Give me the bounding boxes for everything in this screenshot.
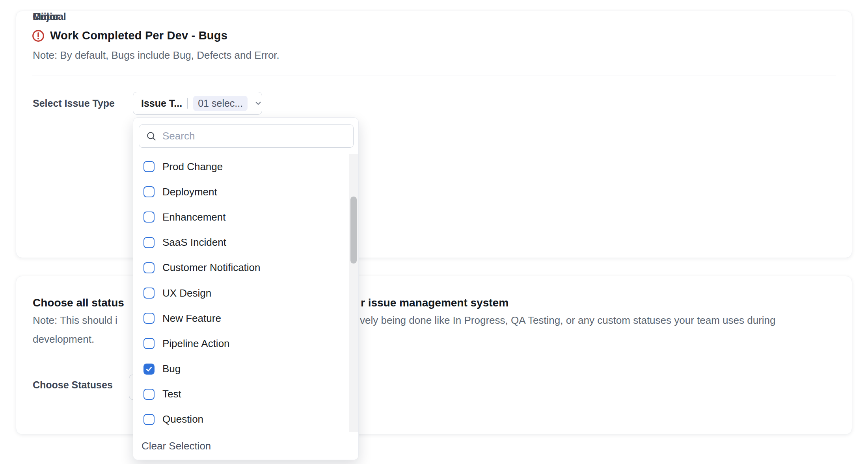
option-label: UX Design [162, 287, 211, 299]
search-box[interactable] [139, 124, 354, 148]
checkbox-icon[interactable] [143, 161, 155, 172]
card2-heading-left: Choose all status [33, 296, 134, 310]
scrollbar-thumb[interactable] [350, 197, 357, 264]
issue-type-option[interactable]: UX Design [133, 280, 358, 306]
page-title: Work Completed Per Dev - Bugs [50, 29, 227, 42]
card1-divider [32, 76, 836, 76]
checkbox-icon[interactable] [143, 186, 155, 197]
checkbox-icon[interactable] [143, 288, 155, 299]
issue-type-option[interactable]: Pipeline Action [133, 331, 358, 356]
issue-type-option[interactable]: Prod Change [133, 154, 358, 179]
issue-type-option[interactable]: SaaS Incident [133, 230, 358, 255]
option-label: Deployment [162, 186, 217, 198]
checkbox-icon[interactable] [143, 414, 155, 425]
trigger-separator [187, 98, 188, 109]
option-label: Bug [162, 363, 181, 375]
severity-label-critical: Critical [33, 11, 66, 22]
checkbox-icon[interactable] [143, 364, 155, 375]
check-icon [145, 365, 153, 373]
issue-type-option[interactable]: Enhancement [133, 204, 358, 230]
checkbox-icon[interactable] [143, 237, 155, 248]
choose-statuses-label: Choose Statuses [33, 379, 113, 391]
checkbox-icon[interactable] [143, 338, 155, 349]
issue-type-option[interactable]: Customer Notification [133, 255, 358, 280]
checkbox-icon[interactable] [143, 389, 155, 400]
option-label: SaaS Incident [162, 236, 226, 249]
search-input[interactable] [162, 130, 353, 142]
option-label: Prod Change [162, 161, 223, 173]
option-label: Customer Notification [162, 262, 261, 274]
option-label: New Feature [162, 312, 221, 325]
issue-type-list: Prod Change Deployment Enhancement SaaS … [133, 154, 358, 432]
issue-type-option[interactable]: Bug [133, 356, 358, 382]
scrollbar-track[interactable] [349, 154, 358, 432]
option-label: Test [162, 388, 181, 400]
checkbox-icon[interactable] [143, 212, 155, 223]
page: Work Completed Per Dev - Bugs Note: By d… [0, 0, 868, 464]
card1-title-row: Work Completed Per Dev - Bugs [32, 29, 227, 42]
card2-note-left: Note: This should i [33, 314, 134, 327]
clear-selection-button[interactable]: Clear Selection [142, 440, 211, 452]
option-label: Enhancement [162, 211, 225, 223]
checkbox-icon[interactable] [143, 313, 155, 324]
search-icon [146, 131, 157, 142]
card1-note: Note: By default, Bugs include Bug, Defe… [33, 49, 279, 61]
card2-heading-right: r issue management system [361, 296, 509, 310]
chevron-down-icon [253, 98, 263, 108]
issue-type-option[interactable]: New Feature [133, 306, 358, 331]
select-issue-type-label: Select Issue Type [33, 98, 115, 109]
option-label: Pipeline Action [162, 338, 230, 350]
issue-type-dropdown: Prod Change Deployment Enhancement SaaS … [133, 117, 359, 460]
option-label: Question [162, 413, 203, 425]
issue-type-option[interactable]: Deployment [133, 179, 358, 204]
issue-type-trigger[interactable]: Issue T... 01 selec... [133, 92, 262, 115]
dropdown-footer: Clear Selection [133, 432, 358, 460]
issue-type-option[interactable]: Question [133, 407, 358, 432]
card2-note-line2: development. [33, 333, 94, 345]
issue-type-option[interactable]: Test [133, 382, 358, 407]
card2-note-right: vely being done like In Progress, QA Tes… [360, 314, 776, 327]
alert-circle-icon [32, 30, 45, 42]
checkbox-icon[interactable] [143, 262, 155, 273]
selected-count-badge: 01 selec... [193, 96, 248, 111]
trigger-label: Issue T... [141, 98, 182, 109]
